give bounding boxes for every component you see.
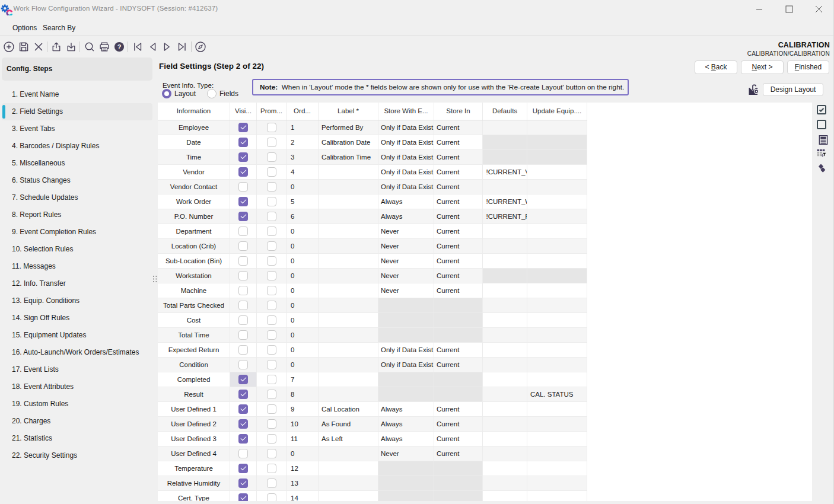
svg-text:?: ?: [117, 43, 122, 50]
